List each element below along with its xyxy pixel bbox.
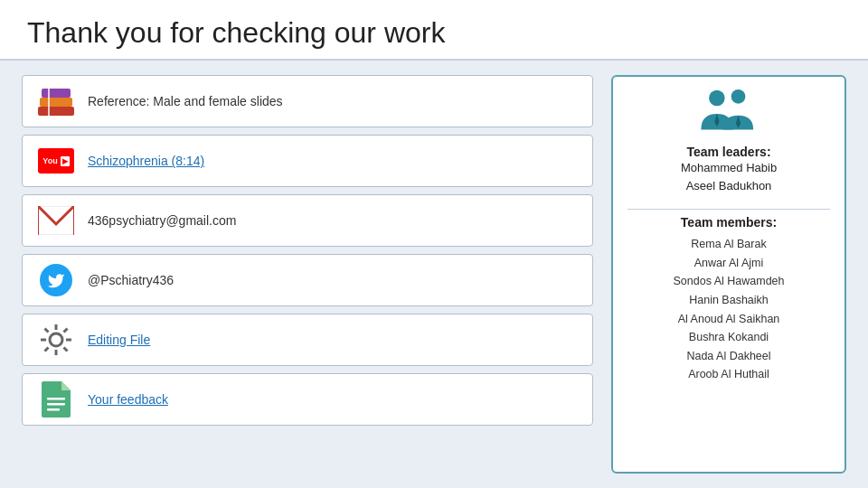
svg-rect-20 [47,408,60,411]
feedback-label[interactable]: Your feedback [88,392,168,407]
team-leaders-names: Mohammed Habib Aseel Badukhon [681,159,777,194]
svg-line-16 [64,329,68,333]
leader-2: Aseel Badukhon [686,179,772,192]
svg-point-21 [709,90,725,107]
youtube-play-icon: ▶ [61,156,70,166]
svg-rect-1 [40,98,72,107]
twitter-label: @Pschiatry436 [88,273,174,287]
header: Thank you for checking our work [0,0,868,61]
team-member: Sondos Al Hawamdeh [674,272,785,291]
svg-line-15 [64,348,68,352]
svg-line-17 [45,348,49,352]
team-people-icon [697,86,760,139]
svg-rect-0 [38,107,74,116]
list-item-reference: Reference: Male and female slides [22,75,593,127]
team-member: Hanin Bashaikh [674,291,785,310]
youtube-icon: You ▶ [35,143,77,179]
doc-icon [35,381,77,418]
main-content: Reference: Male and female slides You ▶ … [0,61,868,488]
team-leaders-box: Team leaders: Mohammed Habib Aseel Baduk… [681,145,777,194]
team-members-list: Rema Al BarakAnwar Al AjmiSondos Al Hawa… [674,235,785,384]
list-item-twitter: @Pschiatry436 [22,254,593,306]
team-member: Nada Al Dakheel [674,347,785,366]
svg-point-22 [731,89,746,104]
team-member: Anwar Al Ajmi [674,254,785,273]
book-icon [35,83,77,119]
svg-rect-19 [47,403,65,406]
svg-point-9 [50,333,62,346]
svg-rect-18 [47,398,65,400]
team-member: Aroob Al Huthail [674,365,785,384]
team-member: Rema Al Barak [674,235,785,254]
reference-label: Reference: Male and female slides [88,94,283,108]
svg-rect-2 [42,89,71,98]
list-item-youtube[interactable]: You ▶ Schizophrenia (8:14) [22,135,593,187]
email-label: 436psychiatry@gmail.com [88,213,236,228]
list-item-feedback[interactable]: Your feedback [22,373,593,426]
editing-label[interactable]: Editing File [88,333,150,347]
settings-icon [35,322,77,358]
team-members-label: Team members: [681,215,777,230]
gmail-icon [35,202,77,239]
youtube-text: You [42,156,57,165]
team-member: Bushra Kokandi [674,328,785,347]
team-member: Al Anoud Al Saikhan [674,310,785,329]
svg-line-14 [45,329,49,333]
page: Thank you for checking our work Ref [0,0,868,488]
list-item-editing[interactable]: Editing File [22,314,593,366]
divider [627,209,830,210]
twitter-icon [35,262,77,298]
page-title: Thank you for checking our work [27,16,841,50]
youtube-label[interactable]: Schizophrenia (8:14) [88,154,204,168]
right-panel: Team leaders: Mohammed Habib Aseel Baduk… [611,75,846,474]
list-item-email: 436psychiatry@gmail.com [22,194,593,247]
left-panel: Reference: Male and female slides You ▶ … [22,75,593,474]
leader-1: Mohammed Habib [681,161,777,174]
team-leaders-label: Team leaders: [681,145,777,159]
